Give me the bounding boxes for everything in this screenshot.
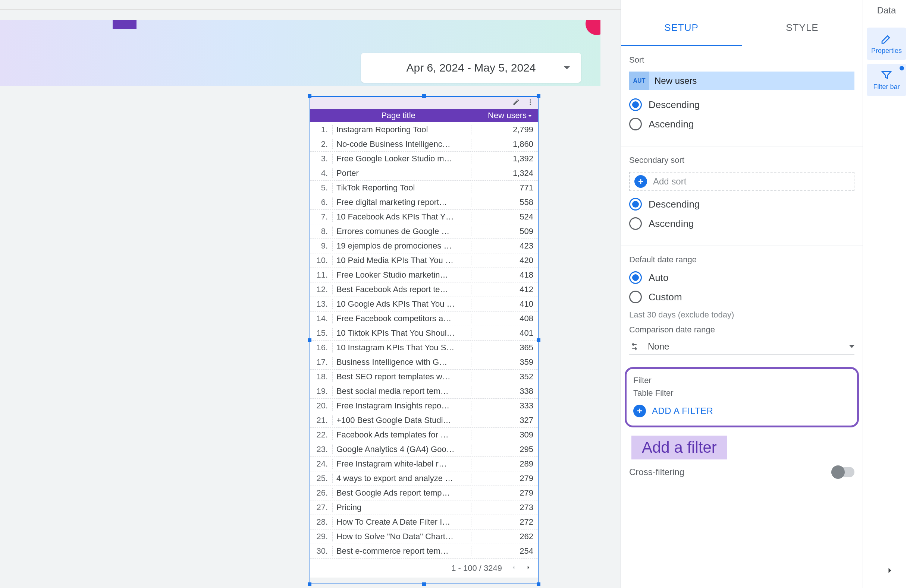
date-range-picker[interactable]: Apr 6, 2024 - May 5, 2024 [361, 53, 581, 83]
table-row[interactable]: 30.Best e-commerce report tem…254 [309, 544, 539, 558]
edit-icon[interactable] [512, 99, 520, 107]
prev-page-button[interactable] [510, 564, 517, 573]
resize-handle[interactable] [308, 94, 311, 98]
resize-handle[interactable] [308, 338, 311, 342]
table-row[interactable]: 24.Free Instagram white-label r…289 [309, 457, 539, 471]
date-auto-radio[interactable]: Auto [629, 271, 855, 284]
row-index: 29. [309, 532, 333, 541]
comparison-selector[interactable]: None [629, 338, 855, 355]
table-row[interactable]: 18.Best SEO report templates w…352 [309, 369, 539, 384]
table-row[interactable]: 8.Errores comunes de Google …509 [309, 224, 539, 239]
rail-expand-icon[interactable] [885, 565, 895, 577]
table-chart[interactable]: Page title New users 1.Instagram Reporti… [309, 96, 539, 584]
filter-title: Filter [633, 376, 850, 385]
resize-handle[interactable] [537, 582, 541, 586]
tab-setup[interactable]: SETUP [621, 10, 742, 46]
sort-asc-radio[interactable]: Ascending [629, 118, 855, 131]
row-page-title: Best social media report tem… [333, 386, 471, 396]
sort-desc-radio[interactable]: Descending [629, 99, 855, 111]
table-row[interactable]: 16.10 Instagram KPIs That You S…365 [309, 340, 539, 355]
row-new-users: 279 [471, 473, 539, 483]
table-row[interactable]: 5.TikTok Reporting Tool771 [309, 180, 539, 195]
row-index: 14. [309, 314, 333, 323]
table-row[interactable]: 22.Facebook Ads templates for …309 [309, 427, 539, 442]
table-row[interactable]: 12.Best Facebook Ads report te…412 [309, 282, 539, 297]
table-row[interactable]: 17.Business Intelligence with G…359 [309, 355, 539, 369]
more-icon[interactable] [526, 99, 534, 107]
rail-filterbar-button[interactable]: Filter bar [867, 64, 906, 96]
table-row[interactable]: 2.No-code Business Intelligenc…1,860 [309, 137, 539, 151]
table-row[interactable]: 20.Free Instagram Insights repo…333 [309, 398, 539, 413]
next-page-button[interactable] [525, 564, 532, 573]
secondary-desc-radio[interactable]: Descending [629, 198, 855, 210]
radio-icon [629, 291, 642, 303]
row-new-users: 509 [471, 226, 539, 236]
report-banner: Apr 6, 2024 - May 5, 2024 [0, 20, 601, 86]
radio-icon [629, 217, 642, 230]
table-row[interactable]: 10.10 Paid Media KPIs That You …420 [309, 253, 539, 268]
filter-sub: Table Filter [633, 388, 850, 398]
table-row[interactable]: 1.Instagram Reporting Tool2,799 [309, 122, 539, 137]
date-custom-radio[interactable]: Custom [629, 291, 855, 303]
resize-handle[interactable] [422, 582, 426, 586]
table-row[interactable]: 28.How To Create A Date Filter I…272 [309, 515, 539, 529]
row-page-title: 10 Facebook Ads KPIs That Y… [333, 212, 471, 222]
table-row[interactable]: 15.10 Tiktok KPIs That You Shoul…401 [309, 326, 539, 340]
report-canvas[interactable]: Apr 6, 2024 - May 5, 2024 Page title New… [0, 10, 620, 588]
date-range-section: Default date range Auto Custom Last 30 d… [621, 246, 863, 364]
row-new-users: 289 [471, 459, 539, 469]
table-row[interactable]: 7.10 Facebook Ads KPIs That Y…524 [309, 209, 539, 224]
dropdown-icon [564, 66, 570, 69]
table-row[interactable]: 26.Best Google Ads report temp…279 [309, 486, 539, 500]
row-page-title: How To Create A Date Filter I… [333, 517, 471, 527]
rail-properties-button[interactable]: Properties [867, 27, 906, 60]
add-sort-button[interactable]: + Add sort [629, 172, 855, 191]
cross-filtering-row: Cross-filtering [621, 467, 863, 477]
rail-title: Data [863, 0, 910, 24]
table-body: 1.Instagram Reporting Tool2,7992.No-code… [309, 122, 539, 558]
table-row[interactable]: 29.How to Solve "No Data" Chart…262 [309, 529, 539, 544]
filter-section-highlight: Filter Table Filter + ADD A FILTER [625, 367, 859, 427]
secondary-sort-title: Secondary sort [629, 155, 855, 165]
row-page-title: Free Looker Studio marketin… [333, 270, 471, 280]
row-new-users: 309 [471, 430, 539, 440]
table-row[interactable]: 25.4 ways to export and analyze …279 [309, 471, 539, 486]
row-index: 21. [309, 415, 333, 425]
row-index: 23. [309, 444, 333, 454]
row-index: 20. [309, 401, 333, 410]
plus-icon: + [635, 175, 647, 188]
cross-filtering-toggle[interactable] [831, 467, 855, 477]
row-new-users: 365 [471, 343, 539, 352]
row-page-title: Business Intelligence with G… [333, 357, 471, 367]
add-filter-button[interactable]: + ADD A FILTER [633, 405, 850, 417]
header-new-users[interactable]: New users [464, 111, 539, 120]
table-row[interactable]: 21.+100 Best Google Data Studi…327 [309, 413, 539, 427]
header-page-title[interactable]: Page title [333, 111, 464, 120]
table-row[interactable]: 13.10 Google Ads KPIs That You …410 [309, 297, 539, 311]
row-index: 28. [309, 517, 333, 527]
resize-handle[interactable] [537, 338, 541, 342]
table-row[interactable]: 11.Free Looker Studio marketin…418 [309, 268, 539, 282]
table-row[interactable]: 14.Free Facebook competitors a…408 [309, 311, 539, 326]
table-row[interactable]: 3.Free Google Looker Studio m…1,392 [309, 151, 539, 166]
resize-handle[interactable] [422, 94, 426, 98]
row-page-title: Best Google Ads report temp… [333, 488, 471, 498]
row-new-users: 295 [471, 444, 539, 454]
table-row[interactable]: 6.Free digital marketing report…558 [309, 195, 539, 209]
table-row[interactable]: 23.Google Analytics 4 (GA4) Goo…295 [309, 442, 539, 457]
table-row[interactable]: 19.Best social media report tem…338 [309, 384, 539, 398]
sort-field-chip[interactable]: AUT New users [629, 71, 855, 90]
row-index: 18. [309, 372, 333, 381]
table-row[interactable]: 9.19 ejemplos de promociones …423 [309, 239, 539, 253]
comparison-value: None [643, 341, 849, 352]
table-row[interactable]: 4.Porter1,324 [309, 166, 539, 180]
resize-handle[interactable] [537, 94, 541, 98]
tab-style[interactable]: STYLE [742, 10, 863, 46]
row-index: 6. [309, 197, 333, 207]
table-row[interactable]: 27.Pricing273 [309, 500, 539, 515]
resize-handle[interactable] [308, 582, 311, 586]
chip-field-name: New users [649, 76, 697, 86]
table-header-row: Page title New users [309, 109, 539, 122]
svg-point-2 [529, 103, 531, 105]
secondary-asc-radio[interactable]: Ascending [629, 217, 855, 230]
